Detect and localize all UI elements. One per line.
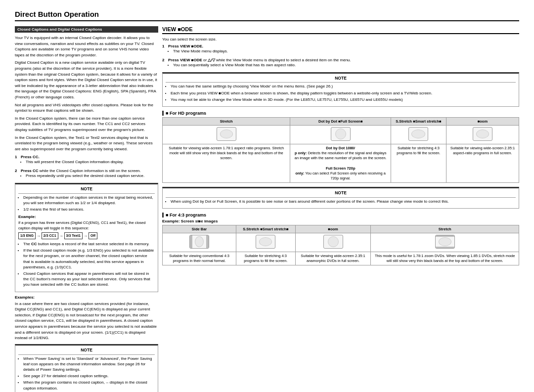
cc-intro-text: Your TV is equipped with an internal Clo…: [15, 35, 158, 152]
view-mode-intro: You can select the screen size.: [162, 37, 519, 42]
hd-zoom-desc: Suitable for viewing wide-screen 2.35:1 …: [446, 144, 519, 183]
43-stretch-img: [371, 233, 519, 252]
hd-dot-screen: [331, 127, 351, 141]
43-zoom-img: [295, 233, 371, 252]
examples-text: In a case where there are two closed cap…: [15, 301, 158, 341]
page-title: Direct Button Operation: [15, 10, 519, 21]
note-bullets-mid: The CC button keeps a record of the last…: [23, 241, 155, 288]
view-mode-section: VIEW ■ODE You can select the screen size…: [162, 26, 519, 107]
hd-zoom-img: [446, 126, 519, 144]
43-stretch-desc: This mode is useful for 1.78:1 zoom DVDs…: [371, 252, 519, 265]
43-stretch-screen: [435, 235, 455, 249]
hd-dot-desc: Dot by Dot 1080/p only: Detects the reso…: [290, 144, 391, 183]
hd-stretch-desc: Suitable for viewing wide-screen 1.78:1 …: [163, 144, 290, 183]
43-sidebar-screen: [189, 235, 209, 249]
43-sstretch-screen: [256, 235, 275, 249]
hd-zoom-screen: [473, 127, 492, 141]
col-sstretch: S.Stretch ■Smart stretch■: [391, 118, 446, 126]
vm-step-2: 2 Press VIEW ■ODE or △/▽ while the View …: [162, 58, 519, 70]
view-mode-note: NOTE You can have the same settings by c…: [162, 72, 519, 107]
view-mode-header: VIEW ■ODE: [162, 26, 519, 34]
col-sidebar: Side Bar: [163, 225, 236, 233]
step-2-bullets: Press repeatedly until you select the de…: [26, 173, 144, 178]
43-sidebar-desc: Suitable for viewing conventional 4:3 pr…: [163, 252, 236, 265]
four-three-section: ■ For 4:3 programs Example: Screen si■e …: [162, 213, 519, 265]
col-stretch-43: Stretch: [371, 225, 519, 233]
four-three-header: ■ For 4:3 programs: [162, 213, 519, 218]
example-label: Example: Screen si■e images: [162, 219, 519, 223]
four-three-table: Side Bar S.Stretch ■Smart stretch■ ■oom …: [162, 225, 519, 265]
col-stretch: Stretch: [163, 118, 290, 126]
hd-programs-header: ■ For HD programs: [162, 111, 519, 116]
right-column: VIEW ■ODE You can select the screen size…: [162, 26, 519, 392]
step-1-bullets: This will present the Closed Caption inf…: [26, 159, 124, 165]
hd-stretch-img: [163, 126, 290, 144]
hd-programs-table: Stretch Dot by Dot ■Full Screen■ S.Stret…: [162, 117, 519, 183]
hd-programs-section: ■ For HD programs Stretch Dot by Dot ■Fu…: [162, 111, 519, 183]
col-dot: Dot by Dot ■Full Screen■: [290, 118, 391, 126]
note-bullets-top: Depending on the number of caption servi…: [23, 195, 155, 213]
vm-step-1: 1 Press VIEW ■ODE. The View Mode menu di…: [162, 44, 519, 56]
43-zoom-desc: Suitable for viewing wide-screen 2.35:1 …: [295, 252, 371, 265]
43-sstretch-img: [236, 233, 295, 252]
step-1: 1 Press CC. This will present the Closed…: [15, 155, 158, 167]
step-2: 2 Press CC while the Closed Caption info…: [15, 169, 158, 180]
hd-sstretch-desc: Suitable for stretching 4:3 programs to …: [391, 144, 446, 183]
note-box-2: NOTE When 'Power Saving' is set to 'Stan…: [15, 344, 158, 392]
hd-sstretch-screen: [408, 127, 428, 141]
col-zoom: ■oom: [446, 118, 519, 126]
43-zoom-screen: [323, 235, 343, 249]
note2-bullets: When 'Power Saving' is set to 'Standard'…: [23, 356, 155, 392]
note-box-1: NOTE Depending on the number of caption …: [15, 183, 158, 292]
caption-sequence: 1/3 ENG → 2/3 CC1 → 3/3 Text1 → Off: [18, 232, 155, 239]
col-sstretch-43: S.Stretch ■Smart stretch■: [236, 225, 295, 233]
43-sidebar-img: [163, 233, 236, 252]
cc-section-header: Closed Captions and Digital Closed Capti…: [15, 26, 158, 33]
hd-dot-img: [290, 126, 391, 144]
43-sstretch-desc: Suitable for stretching 4:3 programs to …: [236, 252, 295, 265]
hd-note-box: NOTE When using Dot by Dot or Full Scree…: [162, 187, 519, 209]
left-column: Closed Captions and Digital Closed Capti…: [15, 26, 158, 392]
hd-stretch-screen: [217, 127, 236, 141]
col-zoom-43: ■oom: [295, 225, 371, 233]
hd-sstretch-img: [391, 126, 446, 144]
